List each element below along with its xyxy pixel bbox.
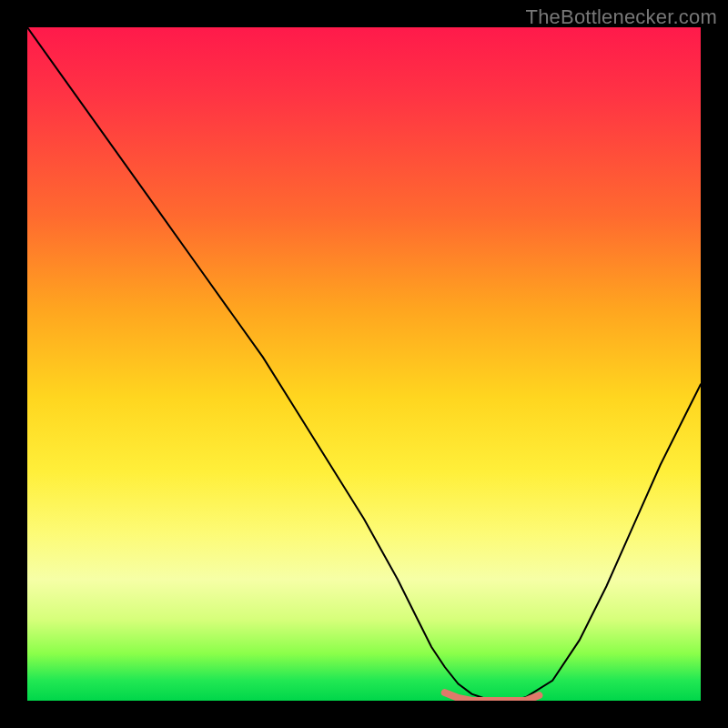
chart-overlay: [27, 27, 701, 701]
watermark-text: TheBottlenecker.com: [526, 5, 717, 29]
chart-frame: TheBottlenecker.com: [0, 0, 728, 728]
bottleneck-curve-path: [27, 27, 701, 701]
plot-area: [27, 27, 701, 701]
